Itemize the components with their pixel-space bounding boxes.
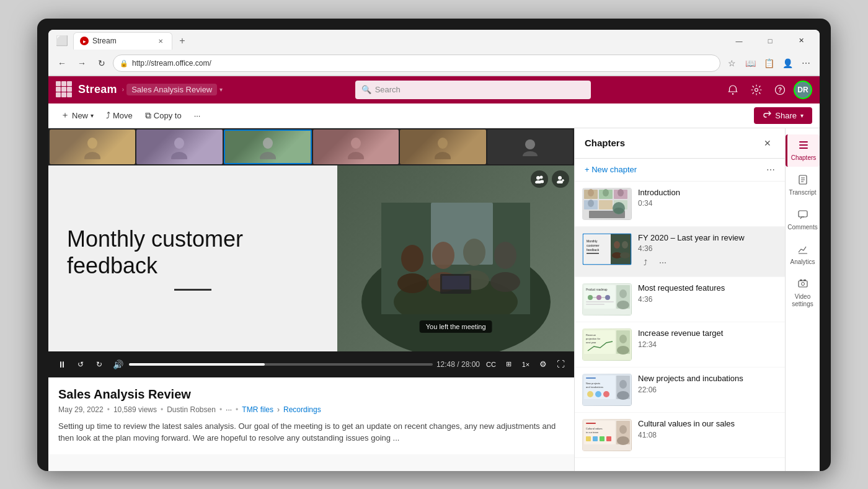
side-icon-video-settings[interactable]: Video settings bbox=[786, 273, 820, 313]
chapter-item-introduction[interactable]: Introduction 0:34 bbox=[575, 182, 785, 227]
new-button[interactable]: ＋ New ▾ bbox=[56, 107, 99, 123]
speed-button[interactable]: 1× bbox=[518, 357, 533, 372]
video-slide: Monthly customer feedback bbox=[48, 165, 337, 351]
svg-point-26 bbox=[490, 272, 520, 292]
captions-button[interactable]: CC bbox=[484, 357, 498, 372]
share-button[interactable]: Share ▾ bbox=[754, 107, 812, 124]
svg-rect-57 bbox=[611, 234, 631, 265]
svg-point-33 bbox=[558, 176, 562, 180]
svg-text:next year: next year bbox=[586, 341, 596, 344]
share-label: Share bbox=[775, 111, 797, 120]
meta-more-button[interactable]: ··· bbox=[226, 405, 232, 414]
url-text: http://stream.office.com/ bbox=[132, 59, 211, 68]
chapters-close-button[interactable]: ✕ bbox=[760, 136, 775, 151]
browser-toolbar-icons: ☆ 📖 📋 👤 ⋯ bbox=[723, 55, 815, 72]
back-button[interactable]: ← bbox=[53, 55, 71, 72]
app-content: Stream › Sales Analysis Review ▾ 🔍 Searc… bbox=[48, 76, 820, 471]
transcript-button[interactable]: ⊞ bbox=[501, 357, 516, 372]
svg-point-58 bbox=[614, 241, 620, 249]
play-pause-button[interactable]: ⏸ bbox=[55, 357, 69, 372]
thumbnail-6[interactable] bbox=[487, 130, 573, 164]
side-icon-chapters[interactable]: Chapters bbox=[786, 134, 820, 167]
svg-point-14 bbox=[525, 139, 535, 149]
time-display: 12:48 / 28:00 bbox=[436, 360, 480, 369]
svg-point-39 bbox=[588, 189, 594, 196]
new-chapter-button[interactable]: + New chapter ⋯ bbox=[575, 159, 785, 182]
svg-point-0 bbox=[732, 93, 733, 94]
svg-rect-118 bbox=[800, 280, 802, 281]
fullscreen-button[interactable]: ⛶ bbox=[553, 357, 568, 372]
search-placeholder: Search bbox=[375, 85, 401, 94]
minimize-button[interactable]: — bbox=[725, 32, 753, 50]
app-grid-icon[interactable] bbox=[56, 81, 73, 99]
reading-view-icon[interactable]: 📖 bbox=[742, 55, 759, 72]
rewind-button[interactable]: ↺ bbox=[73, 357, 88, 372]
svg-point-4 bbox=[87, 138, 97, 149]
profile-icon[interactable]: 👤 bbox=[779, 55, 796, 72]
side-icon-comments[interactable]: Comments bbox=[786, 204, 820, 236]
address-bar[interactable]: 🔒 http://stream.office.com/ bbox=[113, 55, 720, 72]
side-icon-transcript[interactable]: Transcript bbox=[786, 169, 820, 201]
collection-icon[interactable]: 📋 bbox=[760, 55, 777, 72]
participants-icon[interactable] bbox=[531, 170, 548, 188]
tab-title: Stream bbox=[92, 37, 117, 45]
thumbnail-3[interactable] bbox=[224, 130, 312, 164]
fast-forward-button[interactable]: ↻ bbox=[92, 357, 107, 372]
thumbnail-2[interactable] bbox=[136, 130, 222, 164]
copy-to-button[interactable]: ⧉ Copy to bbox=[140, 108, 187, 123]
chapter-share-icon[interactable]: ⤴ bbox=[638, 255, 653, 270]
browser-tab[interactable]: Stream ✕ bbox=[73, 32, 172, 50]
chapter-time-fy2020: 4:36 bbox=[638, 244, 777, 253]
browser-window: ⬜ Stream ✕ + — □ ✕ ← → ↻ 🔒 bbox=[48, 30, 820, 471]
more-options-button[interactable]: ··· bbox=[189, 108, 206, 123]
chapters-list: Introduction 0:34 bbox=[575, 182, 785, 471]
refresh-button[interactable]: ↻ bbox=[93, 55, 110, 72]
move-button[interactable]: ⤴ Move bbox=[101, 108, 138, 123]
svg-text:Cultural values: Cultural values bbox=[586, 427, 602, 430]
copy-icon: ⧉ bbox=[145, 110, 151, 121]
chapter-name-projects: New projects and incubations bbox=[638, 374, 777, 384]
sidebar-toggle-icon[interactable]: ⬜ bbox=[53, 32, 71, 50]
path-tmr-files[interactable]: TMR files bbox=[242, 405, 273, 414]
help-icon[interactable]: ? bbox=[770, 80, 790, 100]
svg-point-9 bbox=[260, 152, 276, 159]
path-recordings[interactable]: Recordings bbox=[283, 405, 321, 414]
svg-point-45 bbox=[588, 200, 594, 207]
progress-bar[interactable] bbox=[129, 363, 433, 366]
chapter-more-icon[interactable]: ⋯ bbox=[655, 255, 670, 270]
thumbnail-4[interactable] bbox=[313, 130, 399, 164]
add-person-icon[interactable] bbox=[552, 170, 569, 188]
chapter-item-projects[interactable]: New projects and incubations bbox=[575, 368, 785, 413]
svg-point-74 bbox=[619, 289, 627, 298]
notification-icon[interactable] bbox=[723, 80, 743, 100]
chapter-item-revenue[interactable]: Revenue projection for next year bbox=[575, 322, 785, 368]
maximize-button[interactable]: □ bbox=[756, 32, 784, 50]
slide-title: Monthly customer feedback bbox=[67, 226, 319, 279]
breadcrumb-current[interactable]: Sales Analysis Review bbox=[126, 84, 217, 95]
forward-button[interactable]: → bbox=[73, 55, 91, 72]
chapter-info-features: Most requested features 4:36 bbox=[638, 283, 777, 304]
search-input[interactable]: 🔍 Search bbox=[355, 81, 591, 99]
laptop-shell: ⬜ Stream ✕ + — □ ✕ ← → ↻ 🔒 bbox=[37, 19, 831, 471]
move-label: Move bbox=[113, 111, 133, 120]
thumbnail-5[interactable] bbox=[400, 130, 485, 164]
svg-rect-97 bbox=[586, 423, 596, 424]
close-button[interactable]: ✕ bbox=[787, 32, 815, 50]
tab-close-button[interactable]: ✕ bbox=[156, 36, 166, 46]
chapter-item-fy2020[interactable]: Monthly customer feedback bbox=[575, 227, 785, 278]
main-content: Monthly customer feedback bbox=[48, 128, 820, 471]
svg-rect-108 bbox=[799, 144, 808, 146]
chapter-more-icon[interactable]: ⋯ bbox=[766, 165, 775, 175]
side-icon-analytics[interactable]: Analytics bbox=[786, 239, 820, 271]
more-icon[interactable]: ⋯ bbox=[797, 55, 815, 72]
user-avatar[interactable]: DR bbox=[794, 81, 812, 99]
new-tab-button[interactable]: + bbox=[175, 33, 190, 48]
chapter-item-features[interactable]: Product roadmap bbox=[575, 277, 785, 322]
favorites-icon[interactable]: ☆ bbox=[723, 55, 740, 72]
chapter-item-cultural[interactable]: Cultural values in our team bbox=[575, 413, 785, 458]
volume-button[interactable]: 🔊 bbox=[110, 357, 125, 372]
quality-button[interactable]: ⚙ bbox=[536, 357, 551, 372]
svg-point-41 bbox=[603, 189, 609, 196]
settings-icon[interactable] bbox=[746, 80, 766, 100]
thumbnail-1[interactable] bbox=[50, 130, 135, 164]
